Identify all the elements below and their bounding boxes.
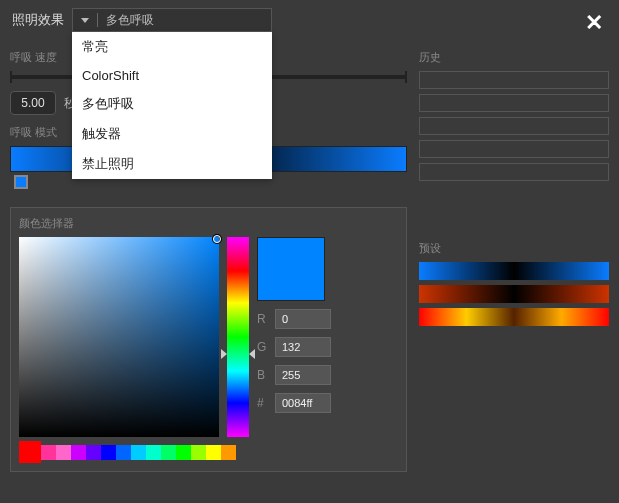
hex-input[interactable]	[275, 393, 331, 413]
color-preview	[257, 237, 325, 301]
effect-dropdown[interactable]: 多色呼吸 常亮 ColorShift 多色呼吸 触发器 禁止照明	[72, 8, 272, 32]
preset-item[interactable]	[419, 262, 609, 280]
preset-item[interactable]	[419, 285, 609, 303]
presets-section: 预设	[419, 241, 609, 326]
history-section: 历史	[419, 50, 609, 181]
b-input[interactable]	[275, 365, 331, 385]
dropdown-option[interactable]: 触发器	[72, 119, 272, 149]
dropdown-selected[interactable]: 多色呼吸	[72, 8, 272, 32]
speed-input[interactable]	[10, 91, 56, 115]
swatch[interactable]	[41, 445, 56, 460]
separator	[97, 13, 98, 27]
hue-slider[interactable]	[227, 237, 249, 437]
presets-label: 预设	[419, 241, 609, 256]
close-icon[interactable]: ✕	[585, 10, 603, 36]
dropdown-option[interactable]: 禁止照明	[72, 149, 272, 179]
swatch[interactable]	[221, 445, 236, 460]
hue-handle[interactable]	[249, 349, 255, 359]
history-label: 历史	[419, 50, 609, 65]
swatch[interactable]	[56, 445, 71, 460]
history-slot[interactable]	[419, 71, 609, 89]
sv-cursor[interactable]	[213, 235, 221, 243]
preset-item[interactable]	[419, 308, 609, 326]
swatch[interactable]	[161, 445, 176, 460]
history-slot[interactable]	[419, 163, 609, 181]
r-label: R	[257, 312, 269, 326]
swatch[interactable]	[206, 445, 221, 460]
dropdown-option[interactable]: 多色呼吸	[72, 89, 272, 119]
history-slot[interactable]	[419, 94, 609, 112]
hue-handle[interactable]	[221, 349, 227, 359]
dropdown-list: 常亮 ColorShift 多色呼吸 触发器 禁止照明	[72, 32, 272, 179]
swatch[interactable]	[131, 445, 146, 460]
g-label: G	[257, 340, 269, 354]
panel-title: 照明效果	[12, 11, 64, 29]
swatch[interactable]	[116, 445, 131, 460]
swatch[interactable]	[176, 445, 191, 460]
gradient-handle[interactable]	[14, 175, 28, 189]
swatch[interactable]	[191, 445, 206, 460]
swatch[interactable]	[146, 445, 161, 460]
dropdown-value: 多色呼吸	[106, 12, 154, 29]
b-label: B	[257, 368, 269, 382]
history-slot[interactable]	[419, 117, 609, 135]
swatch[interactable]	[101, 445, 116, 460]
swatch[interactable]	[19, 441, 41, 463]
g-input[interactable]	[275, 337, 331, 357]
dropdown-option[interactable]: 常亮	[72, 32, 272, 62]
r-input[interactable]	[275, 309, 331, 329]
history-slot[interactable]	[419, 140, 609, 158]
hex-label: #	[257, 396, 269, 410]
swatch[interactable]	[71, 445, 86, 460]
swatch[interactable]	[86, 445, 101, 460]
dropdown-option[interactable]: ColorShift	[72, 62, 272, 89]
picker-label: 颜色选择器	[19, 216, 398, 231]
sv-panel[interactable]	[19, 237, 219, 437]
chevron-down-icon	[81, 18, 89, 23]
swatch-row	[19, 445, 398, 463]
